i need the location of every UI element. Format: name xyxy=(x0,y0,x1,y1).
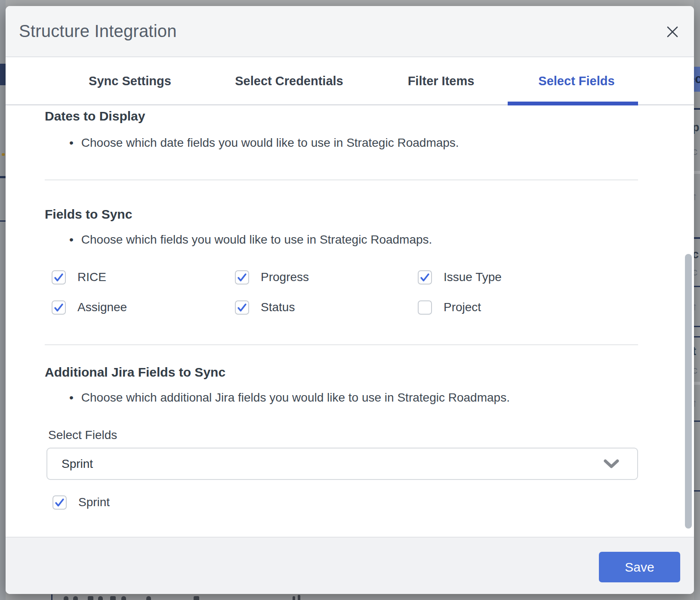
background-text-fragment: p xyxy=(694,122,700,133)
active-tab-underline xyxy=(508,102,638,105)
checkbox[interactable] xyxy=(52,495,67,510)
section-description: • Choose which additional Jira fields yo… xyxy=(69,390,510,406)
checkbox-status[interactable]: Status xyxy=(235,300,295,315)
background-fragment xyxy=(0,64,6,85)
checkbox-label: Progress xyxy=(261,270,309,284)
select-fields-label: Select Fields xyxy=(48,428,117,442)
checkbox[interactable] xyxy=(418,270,432,285)
background-text-fragment: c xyxy=(694,249,700,260)
background-fragment xyxy=(694,382,700,385)
scrollbar-thumb[interactable] xyxy=(685,254,692,529)
background-icon-fragment xyxy=(88,596,93,600)
close-button[interactable] xyxy=(664,23,681,40)
screen: { "dialog": { "title": "Structure Integr… xyxy=(0,0,700,600)
background-fragment xyxy=(694,171,700,174)
bullet-icon: • xyxy=(69,390,74,406)
check-icon xyxy=(53,272,64,283)
background-text-fragment: ↑ xyxy=(694,301,700,312)
section-divider xyxy=(45,179,638,180)
background-icon-fragment xyxy=(298,595,300,600)
background-fragment xyxy=(2,153,5,156)
chevron-down-icon xyxy=(603,458,620,470)
background-icon-fragment xyxy=(194,596,199,600)
background-icon-fragment xyxy=(64,596,68,600)
checkbox-label: Status xyxy=(261,300,295,314)
checkbox-issue-type[interactable]: Issue Type xyxy=(418,270,502,285)
dialog-content: Dates to Display • Choose which date fie… xyxy=(6,106,694,537)
tab-select-fields[interactable]: Select Fields xyxy=(538,74,614,88)
checkbox-label: RICE xyxy=(77,270,106,284)
background-icon-fragment xyxy=(110,596,116,600)
tab-filter-items[interactable]: Filter Items xyxy=(408,74,475,88)
background-icon-fragment xyxy=(293,596,295,600)
bullet-icon: • xyxy=(69,135,74,151)
background-button-fragment: ec xyxy=(694,67,700,92)
checkbox[interactable] xyxy=(235,300,249,315)
structure-integration-dialog: Structure Integration Sync Settings Sele… xyxy=(6,6,694,594)
check-icon xyxy=(419,272,430,283)
section-heading-additional-jira-fields: Additional Jira Fields to Sync xyxy=(45,364,225,380)
background-fragment xyxy=(694,421,700,422)
section-description-text: Choose which date fields you would like … xyxy=(81,135,459,151)
background-text-fragment: c xyxy=(694,267,700,277)
save-button[interactable]: Save xyxy=(599,552,680,582)
section-heading-dates-to-display: Dates to Display xyxy=(45,108,145,124)
check-icon xyxy=(54,497,65,508)
fields-dropdown[interactable]: Sprint xyxy=(46,448,638,480)
check-icon xyxy=(53,302,64,313)
background-text-fragment: ↑ xyxy=(694,191,700,201)
dialog-footer: Save xyxy=(6,537,694,594)
checkbox[interactable] xyxy=(52,270,66,285)
background-icon-fragment xyxy=(98,596,103,600)
checkbox-project[interactable]: Project xyxy=(418,300,481,315)
section-description: • Choose which date fields you would lik… xyxy=(69,135,459,151)
section-heading-fields-to-sync: Fields to Sync xyxy=(45,206,132,223)
background-icon-fragment xyxy=(146,596,151,600)
checkbox[interactable] xyxy=(52,300,66,315)
background-text-fragment: c xyxy=(694,146,700,157)
section-divider xyxy=(45,344,638,345)
section-description-text: Choose which additional Jira fields you … xyxy=(81,390,510,406)
dialog-header: Structure Integration xyxy=(6,6,694,57)
tab-sync-settings[interactable]: Sync Settings xyxy=(89,74,171,88)
checkbox[interactable] xyxy=(235,270,249,285)
background-fragment xyxy=(694,490,700,492)
section-description: • Choose which fields you would like to … xyxy=(69,232,432,248)
background-fragment xyxy=(694,286,700,287)
checkbox-label: Assignee xyxy=(77,300,127,314)
checkbox-label: Project xyxy=(444,300,481,314)
background-fragment xyxy=(0,220,6,222)
checkbox-progress[interactable]: Progress xyxy=(235,270,309,285)
close-icon xyxy=(666,25,679,39)
background-right-strip: ec p c ↑ c c ↑ t c ↑ xyxy=(694,0,700,600)
checkbox[interactable] xyxy=(418,300,432,315)
dropdown-selected-value: Sprint xyxy=(62,457,603,471)
checkbox-rice[interactable]: RICE xyxy=(52,270,106,285)
background-icon-fragment xyxy=(121,596,126,600)
background-fragment xyxy=(694,336,700,337)
background-text-fragment: c xyxy=(694,365,700,375)
tab-select-credentials[interactable]: Select Credentials xyxy=(235,74,343,88)
bullet-icon: • xyxy=(69,232,74,248)
section-description-text: Choose which fields you would like to us… xyxy=(81,232,432,248)
background-fragment xyxy=(694,108,700,110)
background-icon-fragment xyxy=(73,596,78,600)
tab-bar: Sync Settings Select Credentials Filter … xyxy=(6,57,694,105)
check-icon xyxy=(237,272,247,283)
checkbox-sprint[interactable]: Sprint xyxy=(52,495,110,510)
dialog-title: Structure Integration xyxy=(19,22,177,41)
background-text-fragment: ↑ xyxy=(694,398,700,408)
checkbox-assignee[interactable]: Assignee xyxy=(52,300,127,315)
background-bottom-strip xyxy=(0,594,700,600)
background-fragment xyxy=(51,594,52,600)
background-left-strip xyxy=(0,0,6,600)
background-fragment xyxy=(694,237,700,239)
check-icon xyxy=(237,302,247,313)
checkbox-label: Issue Type xyxy=(444,270,502,284)
background-text-fragment: ec xyxy=(694,73,699,85)
background-fragment xyxy=(694,326,700,327)
background-text-fragment: t xyxy=(694,346,700,357)
background-fragment xyxy=(0,176,6,178)
checkbox-label: Sprint xyxy=(78,495,110,509)
